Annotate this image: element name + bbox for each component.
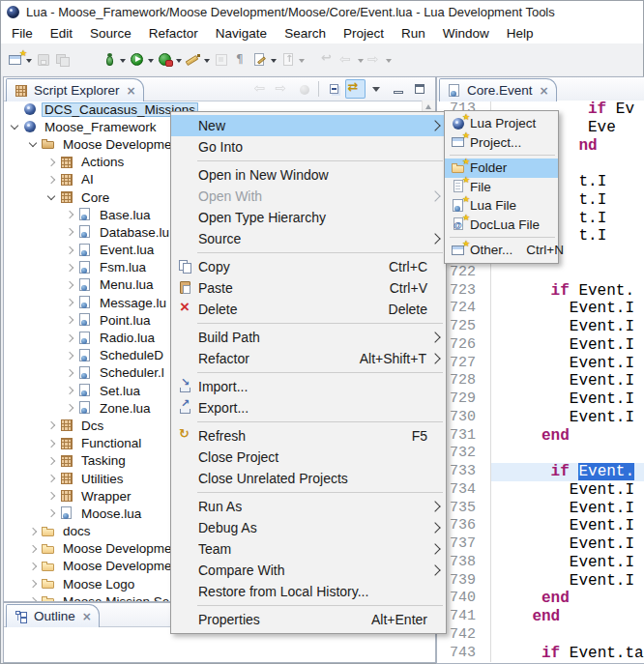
code-line[interactable]: 732 [437, 445, 644, 463]
dropdown-arrow-icon[interactable] [148, 59, 154, 66]
menubar-project[interactable]: Project [335, 26, 393, 41]
menu-item-project[interactable]: ★Project... [445, 133, 558, 153]
code-line[interactable]: 742 [437, 626, 644, 645]
menu-item-restore-from-local-history[interactable]: Restore from Local History... [171, 581, 446, 602]
collapsed-arrow-icon[interactable] [62, 347, 76, 364]
annotation-doc-button[interactable] [250, 47, 278, 72]
menubar-search[interactable]: Search [276, 26, 335, 41]
collapsed-arrow-icon[interactable] [44, 505, 58, 522]
run-button[interactable] [128, 47, 156, 72]
menu-item-close-unrelated-projects[interactable]: Close Unrelated Projects [171, 468, 446, 489]
dropdown-arrow-icon[interactable] [176, 59, 182, 66]
close-icon[interactable]: × [127, 84, 136, 98]
menu-item-properties[interactable]: PropertiesAlt+Enter [171, 609, 446, 630]
menu-item-doclua-file[interactable]: ★DocLua File [445, 216, 558, 235]
highlighter-button[interactable] [184, 47, 212, 72]
expanded-arrow-icon[interactable] [7, 118, 21, 135]
dropdown-arrow-icon[interactable] [299, 59, 305, 66]
code-line[interactable]: 728 Event.I [437, 372, 644, 390]
menubar-help[interactable]: Help [498, 26, 542, 41]
collapsed-arrow-icon[interactable] [44, 154, 58, 171]
nav-up-button[interactable] [294, 79, 314, 99]
show-whitespace-button[interactable] [231, 47, 250, 72]
code-line[interactable]: 737 Event.I [437, 535, 644, 554]
save-all-button[interactable] [53, 47, 73, 72]
code-line[interactable]: 738 Event.I [437, 554, 644, 572]
tab-outline[interactable]: Outline × [6, 604, 100, 627]
collapsed-arrow-icon[interactable] [62, 242, 76, 259]
collapse-all-button[interactable] [324, 79, 344, 99]
view-menu-button[interactable] [366, 79, 387, 99]
back-button[interactable] [337, 47, 366, 72]
expanded-arrow-icon[interactable] [44, 188, 58, 206]
menu-item-go-into[interactable]: Go Into [171, 136, 446, 158]
code-line[interactable]: 729 Event.I [437, 390, 644, 409]
code-line[interactable]: 736 Event.I [437, 517, 644, 535]
collapsed-arrow-icon[interactable] [44, 435, 58, 452]
collapsed-arrow-icon[interactable] [25, 540, 40, 558]
menu-item-export[interactable]: Export... [171, 397, 446, 419]
new-wizard-button[interactable]: ★ [6, 47, 34, 72]
save-button[interactable] [34, 47, 53, 72]
dropdown-arrow-icon[interactable] [271, 59, 277, 66]
menubar-file[interactable]: File [3, 26, 42, 41]
collapsed-arrow-icon[interactable] [62, 206, 76, 223]
run-external-button[interactable] [156, 47, 184, 72]
code-line[interactable]: 722 [437, 264, 644, 282]
menu-item-other[interactable]: ★Other...Ctrl+N [445, 241, 558, 260]
dropdown-arrow-icon[interactable] [120, 59, 126, 66]
menu-item-team[interactable]: Team [171, 538, 446, 560]
collapsed-arrow-icon[interactable] [62, 259, 76, 276]
menu-item-refresh[interactable]: RefreshF5 [171, 425, 446, 447]
close-icon[interactable]: × [82, 610, 92, 623]
menu-item-debug-as[interactable]: Debug As [171, 517, 446, 538]
close-icon[interactable]: × [540, 84, 549, 98]
tab-script-explorer[interactable]: Script Explorer × [6, 78, 144, 101]
code-line[interactable]: 733 if Event. [437, 463, 644, 481]
last-edit-button[interactable] [318, 47, 337, 72]
menu-item-run-as[interactable]: Run As [171, 496, 446, 517]
collapsed-arrow-icon[interactable] [62, 294, 76, 311]
code-line[interactable]: 735 Event.I [437, 500, 644, 518]
menu-item-open-type-hierarchy[interactable]: Open Type Hierarchy [171, 207, 446, 228]
collapsed-arrow-icon[interactable] [62, 399, 76, 417]
collapsed-arrow-icon[interactable] [44, 417, 58, 434]
code-line[interactable]: 723 if Event. [437, 282, 644, 301]
collapsed-arrow-icon[interactable] [44, 470, 58, 487]
menu-item-build-path[interactable]: Build Path [171, 327, 446, 348]
menu-item-paste[interactable]: PasteCtrl+V [171, 277, 446, 299]
code-line[interactable]: 741 end [437, 608, 644, 626]
menu-item-open-in-new-window[interactable]: Open in New Window [171, 164, 446, 186]
menu-item-open-with[interactable]: Open With [171, 186, 446, 207]
menubar-source[interactable]: Source [81, 26, 140, 41]
mark-occurrences-button[interactable] [212, 47, 231, 72]
collapsed-arrow-icon[interactable] [25, 592, 40, 601]
tab-core-event[interactable]: Core.Event × [439, 78, 557, 101]
collapsed-arrow-icon[interactable] [25, 558, 40, 575]
collapsed-arrow-icon[interactable] [62, 382, 76, 399]
code-line[interactable]: 724 Event.I [437, 300, 644, 318]
maximize-button[interactable] [409, 79, 429, 99]
menubar-run[interactable]: Run [393, 26, 434, 41]
code-line[interactable]: 740 end [437, 590, 644, 608]
nav-back-button[interactable] [251, 79, 272, 99]
dropdown-arrow-icon[interactable] [26, 59, 32, 66]
collapsed-arrow-icon[interactable] [44, 487, 58, 505]
code-line[interactable]: 725 Event.I [437, 318, 644, 336]
code-line[interactable]: 730 Event.I [437, 409, 644, 427]
code-line[interactable]: 727 Event.I [437, 355, 644, 373]
menubar-refactor[interactable]: Refactor [140, 26, 207, 41]
collapsed-arrow-icon[interactable] [44, 452, 58, 470]
collapsed-arrow-icon[interactable] [25, 523, 40, 540]
menubar-window[interactable]: Window [434, 26, 498, 41]
collapsed-arrow-icon[interactable] [62, 329, 76, 346]
collapsed-arrow-icon[interactable] [25, 575, 40, 592]
forward-button[interactable] [366, 47, 394, 72]
debug-button[interactable] [100, 47, 128, 72]
menu-item-import[interactable]: Import... [171, 376, 446, 397]
menu-item-close-project[interactable]: Close Project [171, 447, 446, 468]
collapsed-arrow-icon[interactable] [62, 364, 76, 382]
collapsed-arrow-icon[interactable] [44, 171, 58, 188]
code-line[interactable]: 734 Event.I [437, 481, 644, 500]
menu-item-copy[interactable]: CopyCtrl+C [171, 256, 446, 277]
